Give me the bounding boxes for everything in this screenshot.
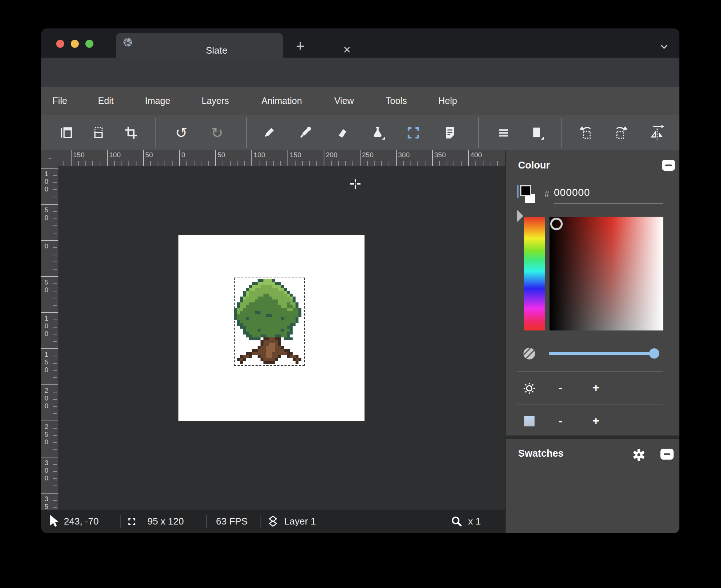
opacity-slider-handle[interactable]: [649, 348, 659, 359]
lines-tool-button[interactable]: [493, 123, 514, 143]
new-image-button[interactable]: [56, 123, 76, 143]
paste-selection-button[interactable]: [88, 123, 109, 143]
ruler-major-tick: [143, 150, 144, 166]
ruler-minor-tick: [53, 211, 57, 212]
foreground-colour-swatch[interactable]: [520, 185, 531, 196]
menu-item-tools[interactable]: Tools: [386, 96, 407, 106]
hue-slider[interactable]: [524, 217, 545, 330]
lightness-decrease-button[interactable]: -: [559, 414, 563, 428]
ruler-minor-tick: [302, 161, 303, 166]
ruler-minor-tick: [53, 406, 57, 407]
ruler-minor-tick: [53, 233, 57, 233]
menu-item-view[interactable]: View: [334, 96, 354, 106]
hue-marker[interactable]: [517, 210, 523, 222]
zoom-magnifier-icon: [451, 516, 462, 527]
canvas[interactable]: [178, 235, 365, 421]
undo-icon: ↺: [175, 125, 188, 140]
ruler-minor-tick: [53, 377, 57, 378]
ruler-minor-tick: [53, 225, 57, 226]
workspace[interactable]: [58, 166, 505, 510]
toolbar-separator: [478, 117, 479, 148]
ruler-minor-tick: [280, 161, 281, 166]
toolbar-separator: [246, 117, 247, 148]
fill-tool-button[interactable]: [367, 123, 388, 143]
eyedropper-tool-button[interactable]: [296, 123, 316, 143]
status-bar: 243, -70 95 x 120 63 FPS Layer 1 x 1: [41, 510, 505, 533]
traffic-light-close[interactable]: [56, 40, 64, 48]
lightness-swatch: [524, 416, 535, 426]
ruler-label: 1 5 0: [45, 351, 49, 374]
redo-button[interactable]: ↻: [207, 123, 227, 143]
rotate-ccw-icon: [578, 124, 595, 141]
flask-icon: [370, 125, 386, 141]
ruler-minor-tick: [63, 161, 64, 166]
swatches-collapse-button[interactable]: [660, 449, 674, 460]
menu-item-image[interactable]: Image: [145, 96, 170, 106]
ruler-major-tick: [215, 150, 216, 166]
menu-item-file[interactable]: File: [53, 96, 67, 106]
ruler-minor-tick: [53, 262, 57, 262]
ruler-major-tick: [71, 150, 72, 166]
tab-close-icon[interactable]: ✕: [341, 44, 353, 56]
ruler-minor-tick: [237, 161, 238, 166]
ruler-label: 3 5 0: [45, 495, 49, 510]
ruler-major-tick: [251, 150, 252, 166]
eraser-tool-button[interactable]: [332, 123, 352, 143]
ruler-minor-tick: [53, 356, 57, 356]
browser-tab[interactable]: Slate ✕: [116, 33, 283, 58]
tab-title: Slate: [206, 45, 227, 56]
colour-collapse-button[interactable]: [662, 160, 675, 171]
traffic-light-zoom[interactable]: [85, 40, 93, 48]
shape-tool-button[interactable]: [526, 123, 547, 143]
lightness-increase-button[interactable]: +: [593, 414, 599, 428]
brightness-increase-button[interactable]: +: [593, 381, 599, 394]
swatches-settings-gear-icon[interactable]: [632, 448, 645, 461]
ruler-major-tick: [41, 312, 58, 313]
ruler-label: 150: [73, 151, 85, 159]
flip-button[interactable]: [647, 123, 667, 143]
menu-item-help[interactable]: Help: [438, 96, 457, 106]
ruler-minor-tick: [53, 507, 57, 508]
colour-picker-ring[interactable]: [550, 218, 563, 230]
vertical-ruler: 1 0 05 005 01 0 01 5 02 0 02 5 03 0 03 5…: [41, 166, 58, 510]
pencil-tool-button[interactable]: [259, 123, 279, 143]
tab-strip: Slate ✕ +: [41, 28, 679, 58]
rotate-cw-button[interactable]: [610, 123, 631, 143]
ruler-major-tick: [41, 493, 58, 494]
rotate-ccw-button[interactable]: [577, 123, 597, 143]
selection-size-icon: [127, 517, 136, 526]
crop-button[interactable]: [121, 123, 141, 143]
ruler-minor-tick: [230, 161, 231, 166]
ruler-minor-tick: [53, 428, 57, 429]
hex-prefix: #: [544, 189, 549, 199]
ruler-minor-tick: [186, 161, 187, 166]
brightness-decrease-button[interactable]: -: [559, 381, 563, 394]
menu-item-edit[interactable]: Edit: [98, 96, 113, 106]
menu-item-animation[interactable]: Animation: [261, 96, 302, 106]
note-tool-button[interactable]: [440, 123, 460, 143]
ruler-minor-tick: [85, 161, 86, 166]
ruler-minor-tick: [53, 363, 57, 364]
opacity-slider-track[interactable]: [549, 352, 654, 355]
status-separator: [260, 515, 261, 528]
ruler-major-tick: [396, 150, 397, 166]
saturation-value-box[interactable]: [550, 217, 663, 330]
menu-item-layers[interactable]: Layers: [201, 96, 229, 106]
ruler-major-tick: [107, 150, 108, 166]
ruler-minor-tick: [53, 471, 57, 472]
ruler-major-tick: [41, 168, 58, 169]
traffic-light-minimize[interactable]: [71, 40, 79, 48]
select-tool-button[interactable]: [403, 123, 424, 143]
new-tab-icon[interactable]: +: [294, 38, 307, 54]
ruler-minor-tick: [53, 370, 57, 371]
ruler-minor-tick: [316, 161, 317, 166]
status-cursor-position: 243, -70: [64, 516, 99, 527]
chevron-down-icon[interactable]: [660, 45, 668, 49]
brightness-sun-icon: [523, 382, 536, 395]
hex-input[interactable]: 000000: [554, 187, 590, 198]
hex-input-underline: [554, 203, 663, 204]
status-separator: [120, 515, 121, 528]
app-menu-bar: FileEditImageLayersAnimationViewToolsHel…: [41, 87, 679, 115]
undo-button[interactable]: ↺: [171, 123, 192, 143]
ruler-label: 150: [290, 151, 301, 159]
